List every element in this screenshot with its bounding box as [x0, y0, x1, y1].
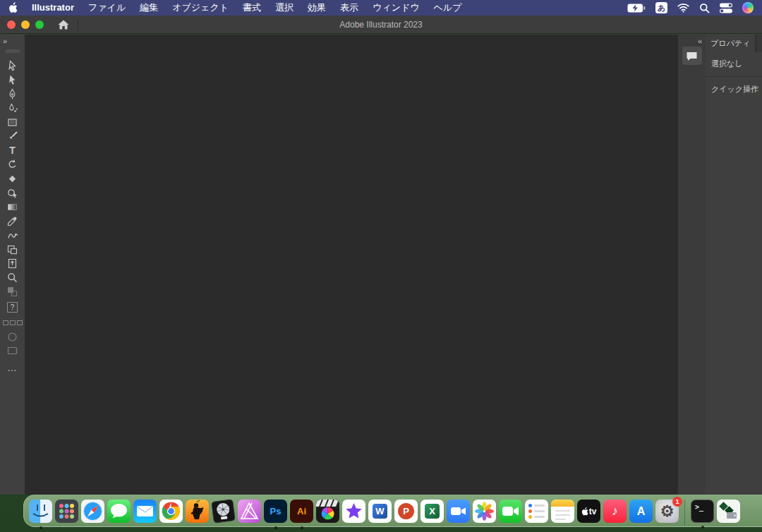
- screen-mode-icon[interactable]: [3, 344, 23, 358]
- gear-icon: ⚙: [660, 502, 675, 521]
- running-indicator: [701, 526, 704, 528]
- window-title-bar: Adobe Illustrator 2023: [0, 16, 762, 34]
- quick-actions-label: クイック操作: [711, 84, 756, 95]
- rotate-tool-icon[interactable]: [3, 157, 23, 171]
- menu-type[interactable]: 書式: [236, 0, 268, 16]
- panel-divider: [706, 76, 762, 77]
- selection-tool-icon[interactable]: [3, 59, 23, 73]
- asset-export-tool-icon[interactable]: [3, 256, 23, 270]
- titlebar-divider: [78, 19, 78, 30]
- apple-menu-icon[interactable]: [8, 2, 18, 13]
- direct-selection-tool-icon[interactable]: [3, 73, 23, 87]
- dock: Ps Ai W P X tv: [23, 495, 762, 527]
- menu-edit[interactable]: 編集: [133, 0, 165, 16]
- dock-facetime[interactable]: [499, 500, 522, 523]
- comment-panel-icon[interactable]: [682, 47, 702, 65]
- dock-terminal[interactable]: >_: [691, 500, 714, 523]
- panel-tab-bar: プロパティ レイヤー: [706, 35, 762, 52]
- menu-select[interactable]: 選択: [268, 0, 301, 16]
- dock-photos[interactable]: [473, 500, 496, 523]
- type-tool-icon[interactable]: T: [3, 143, 23, 157]
- dock-finder[interactable]: [29, 500, 52, 523]
- fill-stroke-control-icon[interactable]: [3, 284, 23, 298]
- menu-window[interactable]: ウィンドウ: [365, 0, 427, 16]
- menu-bar: Illustrator ファイル 編集 オブジェクト 書式 選択 効果 表示 ウ…: [0, 0, 762, 16]
- dock-imovie[interactable]: [342, 500, 365, 523]
- wifi-icon[interactable]: [677, 3, 689, 13]
- dock-launchpad[interactable]: [55, 500, 78, 523]
- input-source-icon[interactable]: あ: [655, 2, 667, 13]
- properties-panel: プロパティ レイヤー 選択なし クイック操作: [706, 35, 762, 495]
- menu-effect[interactable]: 効果: [301, 0, 333, 16]
- tab-properties[interactable]: プロパティ: [706, 35, 755, 52]
- dock-zoom[interactable]: [447, 500, 470, 523]
- running-indicator: [301, 526, 303, 529]
- tools-panel: » T: [0, 35, 25, 495]
- running-indicator: [274, 526, 277, 529]
- paintbrush-tool-icon[interactable]: [3, 129, 23, 143]
- shape-builder-tool-icon[interactable]: [3, 186, 23, 200]
- dock-separator: [684, 500, 685, 525]
- dock-disk-app[interactable]: [212, 500, 235, 523]
- artboard-tool-icon[interactable]: [3, 242, 23, 256]
- menu-help[interactable]: ヘルプ: [427, 0, 469, 16]
- dock-word[interactable]: W: [368, 500, 392, 523]
- drawing-modes-icon[interactable]: [3, 315, 23, 330]
- dock-safari[interactable]: [81, 500, 104, 523]
- gradient-tool-icon[interactable]: [3, 200, 23, 214]
- edit-toolbar-icon[interactable]: …: [7, 366, 18, 370]
- dock-music[interactable]: ♪: [603, 500, 627, 523]
- dock-powerpoint[interactable]: P: [394, 500, 418, 523]
- collapse-panels-icon[interactable]: «: [698, 37, 701, 45]
- selection-status: 選択なし: [711, 59, 756, 69]
- menu-file[interactable]: ファイル: [81, 0, 133, 16]
- blend-tool-icon[interactable]: [3, 228, 23, 242]
- window-title: Adobe Illustrator 2023: [0, 20, 762, 30]
- running-indicator: [40, 526, 42, 529]
- traffic-lights: [7, 20, 44, 29]
- eyedropper-tool-icon[interactable]: [3, 214, 23, 228]
- rectangle-tool-icon[interactable]: [3, 115, 23, 129]
- dock-chrome[interactable]: [159, 500, 183, 523]
- siri-icon[interactable]: [742, 2, 754, 13]
- document-canvas[interactable]: [25, 35, 677, 495]
- dock-messages[interactable]: [107, 500, 131, 523]
- illustrator-workspace: » T: [0, 35, 762, 495]
- notification-badge: 1: [672, 497, 682, 507]
- dock-notes[interactable]: [551, 500, 574, 523]
- control-center-icon[interactable]: [720, 3, 732, 13]
- menu-view[interactable]: 表示: [333, 0, 365, 16]
- dock-reminders[interactable]: [525, 500, 548, 523]
- eraser-tool-icon[interactable]: [3, 171, 23, 186]
- curvature-tool-icon[interactable]: [3, 101, 23, 115]
- dock-apple-tv[interactable]: tv: [577, 500, 600, 523]
- search-icon[interactable]: [699, 3, 710, 13]
- dock-illustrator[interactable]: Ai: [290, 500, 313, 523]
- zoom-window-button[interactable]: [35, 20, 44, 29]
- tab-layers[interactable]: レイヤー: [756, 35, 762, 52]
- collapsed-panel-strip: «: [677, 35, 706, 495]
- color-mode-icon[interactable]: [3, 330, 23, 344]
- dock-mail[interactable]: [133, 500, 157, 523]
- zoom-tool-icon[interactable]: [3, 270, 23, 284]
- dock-final-cut-pro[interactable]: [316, 500, 339, 523]
- dock-affinity-photo[interactable]: [238, 500, 261, 523]
- close-button[interactable]: [7, 20, 16, 29]
- pen-tool-icon[interactable]: [3, 87, 23, 101]
- minimize-button[interactable]: [21, 20, 30, 29]
- swatch-missing-icon[interactable]: ?: [3, 298, 23, 315]
- expand-tools-icon[interactable]: »: [3, 37, 6, 45]
- dock-guitar-game[interactable]: [186, 500, 209, 523]
- battery-charging-icon[interactable]: [627, 4, 646, 13]
- dock-system-settings[interactable]: ⚙ 1: [655, 500, 679, 523]
- dock-excel[interactable]: X: [421, 500, 444, 523]
- dock-app-store[interactable]: A: [629, 500, 653, 523]
- dock-photoshop[interactable]: Ps: [264, 500, 287, 523]
- tools-drag-handle[interactable]: [5, 49, 20, 53]
- menu-object[interactable]: オブジェクト: [165, 0, 236, 16]
- dock-utility-app[interactable]: [717, 500, 740, 523]
- home-icon[interactable]: [55, 18, 72, 32]
- menu-app-name[interactable]: Illustrator: [25, 0, 81, 16]
